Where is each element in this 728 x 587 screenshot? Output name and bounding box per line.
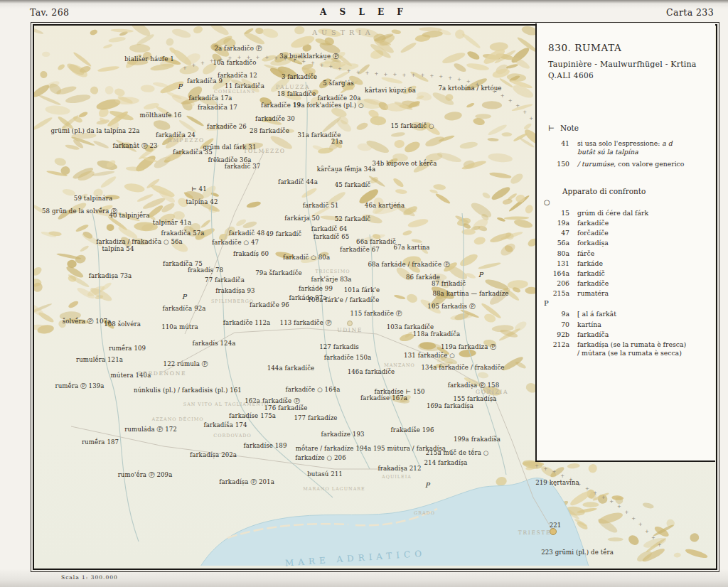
apparato-header: Apparato di confronto	[562, 187, 707, 195]
legend-panel: 830. RUMATA Taupinière - Maulwurfhügel -…	[535, 23, 715, 462]
note-entry: 41si usa solo l'espressione: a d butât s…	[548, 139, 707, 156]
apparato-block: Apparato di confronto ○15grúm di ćére da…	[548, 187, 707, 357]
apparato-entry-number: 15	[548, 209, 569, 217]
apparato-list: ○15grúm di ćére dal fárk19afarkadíče47fo…	[548, 198, 707, 357]
apparato-entry-form: farkadíṣa (se la rumata è fresca) / múta…	[577, 340, 707, 357]
note-entry: 150/ turumúse, con valore generico	[548, 160, 707, 168]
apparato-entry-number: 131	[548, 259, 569, 268]
apparato-entry: 19afarkadíče	[548, 219, 707, 227]
apparato-group-symbol: P	[544, 299, 707, 307]
apparato-entry-number: 9a	[548, 310, 569, 318]
apparato-entry-form: farkadíča	[577, 330, 707, 339]
note-number: 41	[548, 139, 569, 156]
apparato-entry-number: 80a	[548, 249, 569, 258]
apparato-entry: 215arumatéra	[548, 289, 707, 298]
apparato-entry-form: farkadíč	[577, 269, 707, 278]
apparato-entry: 80afárče	[548, 249, 707, 258]
apparato-entry-form: kartína	[577, 321, 707, 329]
questionnaire-ref: Q.ALI 4606	[548, 71, 707, 80]
note-block: ⊢Note 41si usa solo l'espressione: a d b…	[548, 124, 707, 168]
apparato-entry-number: 164a	[548, 269, 569, 278]
map-title: 830. RUMATA	[548, 42, 707, 53]
apparato-entry: 212afarkadíṣa (se la rumata è fresca) / …	[548, 340, 707, 357]
note-number: 150	[548, 160, 569, 168]
apparato-entry-form: forkadíṣa	[577, 239, 707, 247]
apparato-entry-number: 19a	[548, 219, 569, 227]
scale-note: Scala 1: 300.000	[61, 574, 118, 581]
apparato-entry: 70kartína	[548, 321, 707, 329]
apparato-entry-form: rumatéra	[577, 289, 707, 298]
apparato-entry: 15grúm di ćére dal fárk	[548, 209, 707, 217]
note-text: / turumúse, con valore generico	[577, 160, 707, 168]
map-number: Carta 233	[666, 7, 714, 18]
apparato-entry-form: grúm di ćére dal fárk	[577, 209, 707, 217]
notes-list: 41si usa solo l'espressione: a d butât s…	[548, 139, 707, 168]
apparato-entry: 9a[ al á farkât	[548, 310, 707, 318]
apparato-entry-number: 56a	[548, 239, 569, 247]
apparato-entry-form: farkadíče	[577, 219, 707, 227]
apparato-entry: 164afarkadíč	[548, 269, 707, 278]
atlas-page: Tav. 268 A S L E F Carta 233	[0, 0, 728, 587]
tack-symbol: ⊢	[548, 124, 555, 132]
apparato-entry: 56aforkadíṣa	[548, 239, 707, 247]
note-text: si usa solo l'espressione: a d butât sú …	[577, 139, 707, 156]
apparato-group-symbol: ○	[544, 198, 707, 206]
apparato-entry-number: 215a	[548, 289, 569, 298]
apparato-entry-number: 70	[548, 321, 569, 329]
apparato-entry-form: [ al á farkât	[577, 310, 707, 318]
apparato-entry-number: 47	[548, 229, 569, 237]
apparato-entry-number: 212a	[548, 340, 569, 357]
apparato-entry: 47forčadíče	[548, 229, 707, 237]
apparato-entry-number: 92b	[548, 330, 569, 339]
apparato-entry: 92bfarkadíča	[548, 330, 707, 339]
apparato-entry-form: forčadíče	[577, 229, 707, 237]
apparato-entry-form: farkáde	[577, 259, 707, 268]
note-header: ⊢Note	[548, 124, 707, 132]
map-subtitle: Taupinière - Maulwurfhügel - Krtina	[548, 60, 707, 69]
atlas-title: A S L E F	[320, 7, 408, 17]
apparato-entry-number: 206	[548, 279, 569, 288]
apparato-entry: 206farkadíče	[548, 279, 707, 288]
apparato-entry-form: fárče	[577, 249, 707, 258]
plate-number: Tav. 268	[30, 7, 69, 18]
apparato-entry-form: farkadíče	[577, 279, 707, 288]
apparato-entry: 131farkáde	[548, 259, 707, 268]
